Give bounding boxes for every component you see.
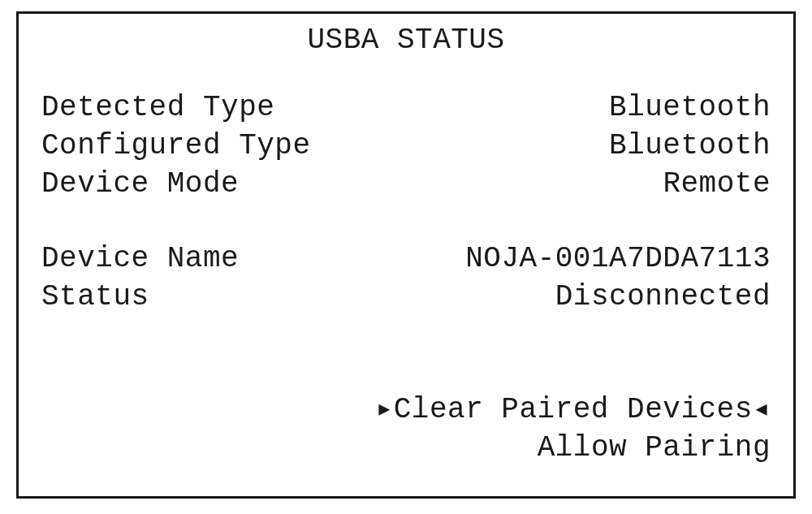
spacer: [41, 203, 771, 240]
row-device-name: Device Name NOJA-001A7DDA7113: [41, 240, 771, 279]
selection-left-icon: ▸: [376, 391, 394, 430]
label-device-mode: Device Mode: [41, 166, 239, 204]
value-device-name: NOJA-001A7DDA7113: [465, 240, 771, 279]
page-title: USBA STATUS: [41, 24, 771, 57]
row-status: Status Disconnected: [41, 279, 771, 317]
action-menu: ▸Clear Paired Devices◂ Allow Pairing: [41, 391, 771, 468]
selection-right-icon: ◂: [753, 391, 771, 430]
row-detected-type: Detected Type Bluetooth: [41, 89, 771, 127]
value-status: Disconnected: [555, 279, 771, 317]
label-status: Status: [41, 279, 149, 317]
spacer-large: [41, 317, 771, 391]
row-configured-type: Configured Type Bluetooth: [41, 127, 771, 166]
menu-item-allow-pairing[interactable]: Allow Pairing: [41, 430, 771, 468]
usba-status-panel: USBA STATUS Detected Type Bluetooth Conf…: [16, 11, 796, 499]
label-device-name: Device Name: [41, 240, 239, 279]
menu-item-clear-paired-label: Clear Paired Devices: [394, 393, 753, 426]
menu-item-clear-paired[interactable]: ▸Clear Paired Devices◂: [41, 391, 771, 430]
label-detected-type: Detected Type: [41, 89, 274, 127]
menu-item-allow-pairing-label: Allow Pairing: [538, 431, 771, 464]
value-configured-type: Bluetooth: [609, 127, 771, 166]
label-configured-type: Configured Type: [41, 127, 311, 166]
value-detected-type: Bluetooth: [609, 89, 771, 127]
value-device-mode: Remote: [663, 166, 771, 204]
row-device-mode: Device Mode Remote: [41, 166, 771, 204]
